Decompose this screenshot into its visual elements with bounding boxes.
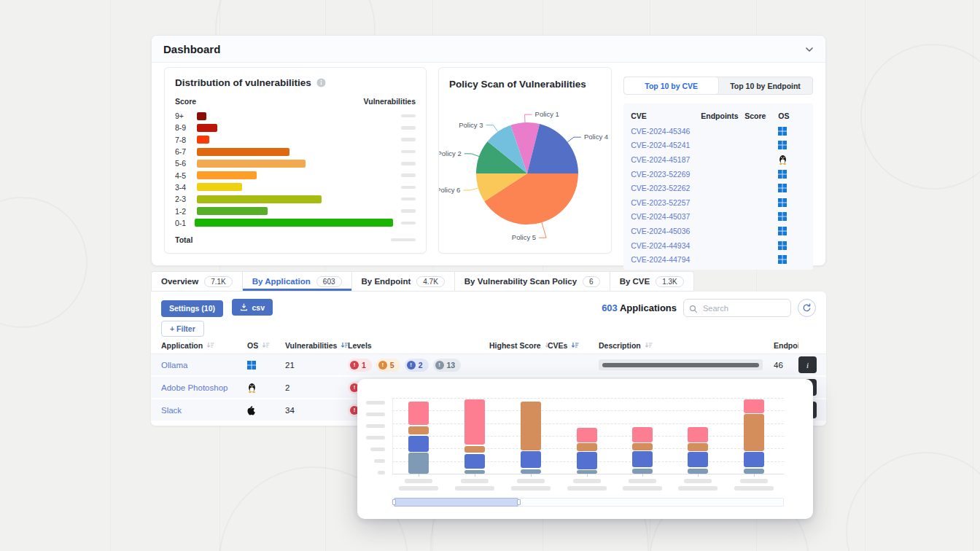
score-bucket-label: 6-7	[175, 147, 192, 156]
pie-label-line	[486, 125, 498, 132]
severity-dot: !	[407, 361, 416, 370]
tab-top10-by-cve[interactable]: Top 10 by CVE	[624, 77, 718, 94]
column-header: CVEs	[548, 341, 599, 350]
apple-os-icon	[247, 405, 285, 415]
distribution-bar	[197, 160, 306, 168]
severity-pill-medium: !2	[405, 359, 429, 372]
redacted-x-label	[455, 486, 494, 491]
column-header: Endpoints	[774, 341, 798, 350]
sort-icon[interactable]	[645, 342, 653, 349]
score-bucket-label: 8-9	[175, 123, 192, 132]
cve-link[interactable]: CVE-2024-45187	[631, 155, 701, 164]
chevron-down-icon[interactable]	[805, 42, 814, 55]
column-header-label: Highest Score	[489, 341, 541, 350]
top10-row: CVE-2024-45037	[631, 210, 806, 224]
info-icon[interactable]	[316, 78, 326, 87]
datazoom-selection[interactable]	[394, 498, 518, 507]
redacted-x-label	[399, 486, 438, 491]
distribution-bar	[197, 183, 242, 191]
refresh-icon	[802, 303, 812, 313]
redacted-y-label	[366, 424, 385, 428]
datazoom-handle[interactable]	[517, 499, 521, 505]
bar-segment-orange	[464, 446, 485, 453]
cve-link[interactable]: CVE-2024-44794	[631, 255, 701, 264]
bar-segment-red	[577, 428, 597, 442]
top10-row: CVE-2024-45187	[631, 152, 806, 167]
refresh-button[interactable]	[798, 299, 816, 317]
distribution-row: 4-5	[175, 169, 416, 181]
policy-pie-chart: Policy 1Policy 4Policy 5Policy 6Policy 2…	[439, 68, 614, 253]
tab-by-endpoint[interactable]: By Endpoint4.7K	[351, 271, 454, 292]
datazoom-handle[interactable]	[392, 499, 396, 505]
csv-download-button[interactable]: csv	[232, 299, 273, 316]
score-bucket-label: 4-5	[175, 171, 192, 180]
cve-link[interactable]: CVE-2023-52257	[631, 198, 701, 207]
redacted-x-label	[461, 479, 489, 483]
bar-segment-red	[744, 399, 764, 413]
windows-os-icon	[778, 184, 806, 192]
column-header-label: Vulnerabilities	[285, 341, 337, 350]
row-info-button[interactable]: i	[798, 356, 817, 373]
distribution-score-col: Score	[175, 97, 196, 106]
search-input[interactable]	[683, 299, 791, 317]
bar-segment-blue	[577, 452, 597, 469]
severity-pill-critical: !1	[348, 359, 372, 372]
top10-row: CVE-2024-44794	[631, 252, 806, 267]
top10-column-header: OS	[778, 112, 806, 120]
bar-segment-orange	[744, 414, 764, 451]
tab-by-vulnerability-scan-policy[interactable]: By Vulnerability Scan Policy6	[454, 271, 610, 292]
tab-overview[interactable]: Overview7.1K	[151, 271, 242, 292]
application-link[interactable]: Adobe Photoshop	[161, 383, 247, 392]
score-bucket-label: 3-4	[175, 183, 192, 192]
distribution-row: 0-1	[175, 217, 416, 229]
sort-icon[interactable]	[341, 342, 348, 349]
cve-link[interactable]: CVE-2024-45037	[631, 212, 701, 221]
redacted-y-label	[366, 413, 385, 416]
cve-link[interactable]: CVE-2024-45346	[631, 127, 701, 136]
main-tab-bar: Overview7.1KBy Application603By Endpoint…	[151, 271, 694, 292]
bar-segment-slate	[688, 469, 708, 474]
add-filter-button[interactable]: + Filter	[161, 321, 204, 337]
cve-link[interactable]: CVE-2023-52269	[631, 170, 701, 179]
distribution-bar	[197, 124, 217, 132]
sort-icon[interactable]	[571, 342, 579, 349]
application-link[interactable]: Slack	[161, 406, 247, 415]
column-header: Levels	[348, 341, 489, 350]
distribution-row: 2-3	[175, 193, 416, 205]
severity-dot: !	[350, 361, 359, 370]
tab-top10-by-endpoint[interactable]: Top 10 by Endpoint	[718, 77, 812, 94]
application-link[interactable]: Ollama	[161, 361, 247, 370]
sort-icon[interactable]	[262, 342, 270, 349]
bar-segment-red	[464, 399, 485, 445]
cve-link[interactable]: CVE-2024-44934	[631, 241, 701, 250]
distribution-bar	[195, 219, 393, 227]
bar-segment-blue	[521, 451, 541, 468]
redacted-description	[599, 359, 763, 370]
top10-row: CVE-2023-52269	[631, 167, 806, 181]
pie-slice-label: Policy 1	[535, 110, 559, 118]
applications-toolbar: Settings (10) csv + Filter 603 Applicati…	[151, 292, 826, 337]
gridline	[392, 423, 784, 424]
bar-segment-slate	[744, 469, 764, 474]
redacted-x-label	[629, 479, 656, 483]
column-header-label: Description	[599, 341, 641, 350]
x-tick	[754, 474, 755, 477]
bar-segment-orange	[577, 443, 597, 451]
cve-link[interactable]: CVE-2024-45241	[631, 141, 701, 149]
bar-segment-slate	[632, 469, 653, 474]
cve-link[interactable]: CVE-2024-45036	[631, 227, 701, 235]
settings-button[interactable]: Settings (10)	[161, 300, 223, 317]
vulnerabilities-count: 34	[285, 406, 348, 415]
tab-by-cve[interactable]: By CVE1.3K	[610, 271, 694, 292]
linux-os-icon	[247, 383, 285, 393]
cve-link[interactable]: CVE-2023-52262	[631, 184, 701, 192]
stacked-bar	[577, 427, 597, 474]
policy-pie-card: Policy Scan of Vulnerabilities Policy 1P…	[438, 67, 612, 254]
x-tick	[475, 474, 475, 477]
applications-count: 603 Applications	[602, 302, 677, 313]
gridline	[392, 398, 784, 399]
sort-icon[interactable]	[206, 342, 214, 349]
tab-by-application[interactable]: By Application603	[242, 271, 351, 292]
redacted-x-label	[678, 486, 718, 491]
score-bucket-label: 7-8	[175, 136, 192, 144]
